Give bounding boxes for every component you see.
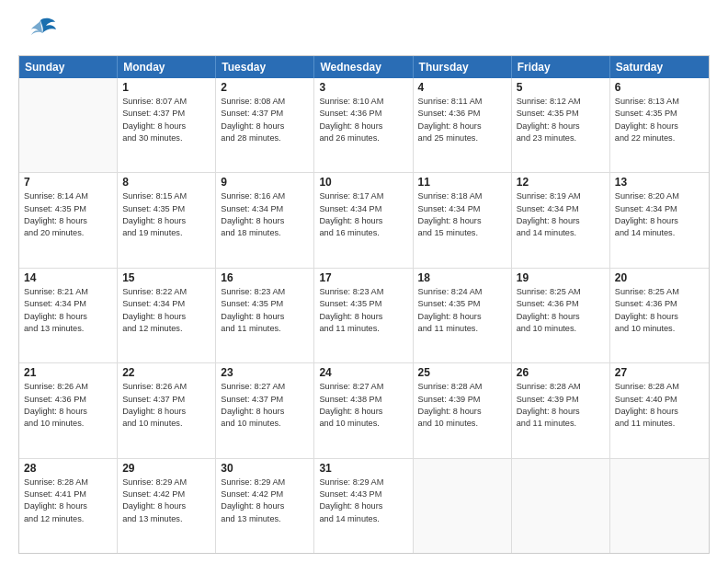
cell-info-line: Sunset: 4:36 PM: [418, 108, 506, 120]
cell-info-line: and 20 minutes.: [24, 227, 112, 239]
cell-info-line: Sunrise: 8:19 AM: [517, 190, 605, 202]
cell-info-line: and 18 minutes.: [221, 227, 309, 239]
day-number: 25: [418, 366, 506, 379]
cell-info-line: Sunrise: 8:23 AM: [319, 286, 407, 298]
calendar-week-1: 1Sunrise: 8:07 AMSunset: 4:37 PMDaylight…: [19, 78, 709, 172]
cell-info-line: Sunset: 4:34 PM: [418, 203, 506, 215]
cell-info-line: and 15 minutes.: [418, 227, 506, 239]
day-number: 3: [319, 81, 407, 94]
day-number: 13: [615, 176, 704, 189]
cell-info-line: and 10 minutes.: [221, 418, 309, 430]
calendar-week-3: 14Sunrise: 8:21 AMSunset: 4:34 PMDayligh…: [19, 268, 709, 362]
cell-info-line: Sunset: 4:35 PM: [24, 203, 112, 215]
day-number: 24: [319, 366, 407, 379]
cell-info-line: and 10 minutes.: [122, 418, 210, 430]
cell-info-line: Sunset: 4:35 PM: [319, 298, 407, 310]
calendar-cell: 11Sunrise: 8:18 AMSunset: 4:34 PMDayligh…: [414, 173, 512, 267]
day-number: 19: [517, 271, 605, 284]
cell-info-line: Sunset: 4:37 PM: [221, 108, 309, 120]
calendar-cell: 18Sunrise: 8:24 AMSunset: 4:35 PMDayligh…: [414, 269, 512, 362]
cell-info-line: Sunrise: 8:29 AM: [122, 477, 210, 488]
cell-info-line: Daylight: 8 hours: [122, 311, 210, 323]
day-number: 1: [122, 81, 210, 94]
logo: [18, 17, 57, 46]
cell-info-line: Sunset: 4:39 PM: [517, 394, 605, 406]
cell-info-line: and 19 minutes.: [122, 227, 210, 239]
calendar-cell: 23Sunrise: 8:27 AMSunset: 4:37 PMDayligh…: [216, 363, 314, 457]
calendar-header: SundayMondayTuesdayWednesdayThursdayFrid…: [19, 56, 709, 78]
day-number: 11: [418, 176, 506, 189]
cell-info-line: Sunrise: 8:16 AM: [221, 190, 309, 202]
cell-info-line: and 14 minutes.: [319, 513, 407, 525]
cell-info-line: Sunrise: 8:12 AM: [517, 96, 605, 108]
cell-info-line: Sunset: 4:35 PM: [418, 298, 506, 310]
cell-info-line: Sunrise: 8:15 AM: [122, 190, 210, 202]
cell-info-line: Sunset: 4:37 PM: [122, 108, 210, 120]
day-number: 22: [122, 366, 210, 379]
calendar-cell: 14Sunrise: 8:21 AMSunset: 4:34 PMDayligh…: [19, 269, 118, 362]
cell-info-line: Sunset: 4:36 PM: [24, 394, 112, 406]
cell-info-line: Daylight: 8 hours: [122, 121, 210, 132]
day-number: 17: [319, 271, 407, 284]
cell-info-line: Daylight: 8 hours: [221, 406, 309, 418]
calendar-cell: 20Sunrise: 8:25 AMSunset: 4:36 PMDayligh…: [610, 269, 709, 362]
cell-info-line: and 26 minutes.: [319, 132, 407, 144]
cell-info-line: and 10 minutes.: [517, 323, 605, 335]
cell-info-line: Daylight: 8 hours: [517, 406, 605, 418]
cell-info-line: Sunrise: 8:13 AM: [615, 96, 704, 108]
cell-info-line: Daylight: 8 hours: [517, 121, 605, 132]
cell-info-line: Daylight: 8 hours: [221, 311, 309, 323]
cell-info-line: and 10 minutes.: [615, 323, 704, 335]
day-number: 26: [517, 366, 605, 379]
cell-info-line: Sunrise: 8:18 AM: [418, 190, 506, 202]
calendar-week-2: 7Sunrise: 8:14 AMSunset: 4:35 PMDaylight…: [19, 172, 709, 267]
cell-info-line: Daylight: 8 hours: [221, 121, 309, 132]
cell-info-line: and 14 minutes.: [517, 227, 605, 239]
header-day-monday: Monday: [118, 56, 216, 78]
day-number: 21: [24, 366, 112, 379]
calendar-cell: 30Sunrise: 8:29 AMSunset: 4:42 PMDayligh…: [216, 459, 314, 553]
cell-info-line: Sunrise: 8:29 AM: [221, 477, 309, 488]
cell-info-line: and 12 minutes.: [24, 513, 112, 525]
calendar-cell: 15Sunrise: 8:22 AMSunset: 4:34 PMDayligh…: [118, 269, 216, 362]
cell-info-line: Daylight: 8 hours: [418, 121, 506, 132]
cell-info-line: Daylight: 8 hours: [24, 311, 112, 323]
cell-info-line: Daylight: 8 hours: [122, 215, 210, 227]
cell-info-line: Sunset: 4:35 PM: [122, 203, 210, 215]
cell-info-line: Sunrise: 8:27 AM: [319, 381, 407, 393]
cell-info-line: and 12 minutes.: [122, 323, 210, 335]
cell-info-line: Daylight: 8 hours: [615, 121, 704, 132]
cell-info-line: Sunrise: 8:27 AM: [221, 381, 309, 393]
cell-info-line: Sunrise: 8:23 AM: [221, 286, 309, 298]
day-number: 9: [221, 176, 309, 189]
day-number: 5: [517, 81, 605, 94]
cell-info-line: Daylight: 8 hours: [122, 500, 210, 512]
header-day-sunday: Sunday: [19, 56, 118, 78]
cell-info-line: Sunset: 4:37 PM: [221, 394, 309, 406]
cell-info-line: Daylight: 8 hours: [24, 406, 112, 418]
cell-info-line: Sunrise: 8:14 AM: [24, 190, 112, 202]
header-day-wednesday: Wednesday: [314, 56, 413, 78]
cell-info-line: Daylight: 8 hours: [221, 215, 309, 227]
cell-info-line: Sunset: 4:40 PM: [615, 394, 704, 406]
cell-info-line: Sunset: 4:34 PM: [221, 203, 309, 215]
calendar-cell: 24Sunrise: 8:27 AMSunset: 4:38 PMDayligh…: [314, 363, 413, 457]
calendar-cell: [414, 459, 512, 553]
calendar-cell: 21Sunrise: 8:26 AMSunset: 4:36 PMDayligh…: [19, 363, 118, 457]
cell-info-line: Sunset: 4:37 PM: [122, 394, 210, 406]
calendar-cell: 8Sunrise: 8:15 AMSunset: 4:35 PMDaylight…: [118, 173, 216, 267]
day-number: 10: [319, 176, 407, 189]
cell-info-line: Sunrise: 8:11 AM: [418, 96, 506, 108]
calendar-cell: 13Sunrise: 8:20 AMSunset: 4:34 PMDayligh…: [610, 173, 709, 267]
calendar-cell: [610, 459, 709, 553]
calendar-cell: 17Sunrise: 8:23 AMSunset: 4:35 PMDayligh…: [314, 269, 413, 362]
calendar-cell: 2Sunrise: 8:08 AMSunset: 4:37 PMDaylight…: [216, 78, 314, 172]
cell-info-line: Daylight: 8 hours: [517, 311, 605, 323]
cell-info-line: Sunrise: 8:10 AM: [319, 96, 407, 108]
cell-info-line: Sunset: 4:43 PM: [319, 488, 407, 500]
logo-bird-icon: [24, 13, 57, 46]
cell-info-line: Sunset: 4:34 PM: [24, 298, 112, 310]
cell-info-line: Daylight: 8 hours: [418, 406, 506, 418]
cell-info-line: Sunrise: 8:20 AM: [615, 190, 704, 202]
cell-info-line: and 22 minutes.: [615, 132, 704, 144]
